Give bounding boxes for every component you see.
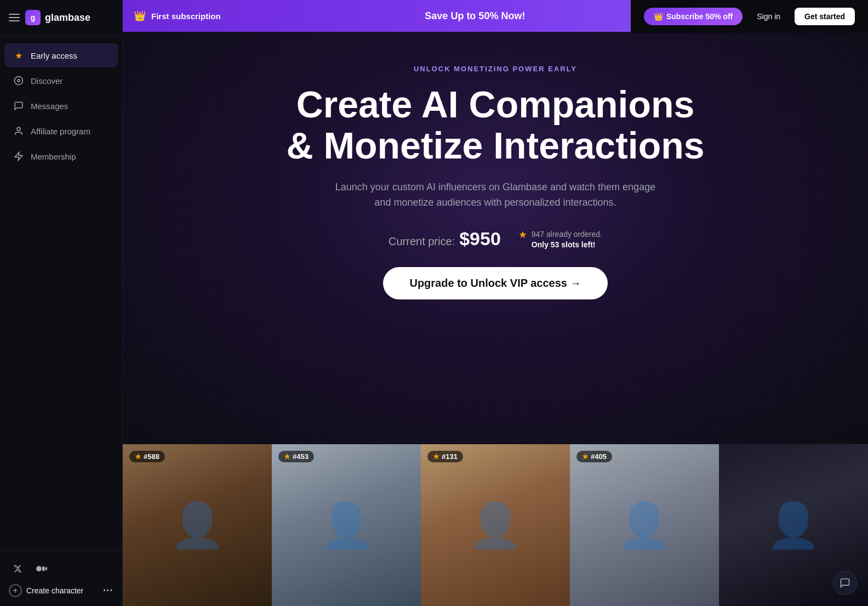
banner-crown-icon: 👑 (134, 10, 146, 22)
svg-point-5 (42, 566, 45, 571)
badge-rank-1: #588 (144, 452, 159, 461)
photo-strip: 👤 ★ #588 👤 ★ #453 👤 ★ #131 👤 ★ #405 (123, 444, 868, 606)
affiliate-icon (13, 126, 24, 137)
photo-badge-3: ★ #131 (427, 451, 463, 462)
face-image-4: 👤 (570, 444, 719, 606)
discover-icon (13, 75, 24, 86)
svg-point-1 (18, 80, 20, 82)
sidebar-item-early-access[interactable]: ★ Early access (4, 43, 118, 67)
social-links (9, 560, 113, 577)
banner-subscription-label: First subscription (151, 12, 221, 21)
photo-card-4: 👤 ★ #405 (570, 444, 719, 606)
svg-point-2 (17, 127, 20, 131)
signin-button[interactable]: Sign in (749, 8, 788, 25)
badge-rank-3: #131 (442, 452, 458, 461)
badge-star-1: ★ (135, 452, 141, 461)
getstarted-button[interactable]: Get started (795, 8, 855, 25)
photo-card-2: 👤 ★ #453 (272, 444, 421, 606)
photo-badge-2: ★ #453 (278, 451, 314, 462)
sidebar-label-affiliate: Affiliate program (31, 127, 90, 136)
banner-save-text: Save Up to 50% Now! (425, 10, 525, 22)
orders-count: 947 already ordered. (532, 229, 602, 240)
sidebar-item-membership[interactable]: Membership (4, 144, 118, 168)
svg-point-0 (15, 77, 23, 85)
hero-subtitle: Launch your custom AI influencers on Gla… (331, 179, 660, 211)
subscribe-crown-icon: 👑 (654, 12, 663, 21)
photo-card-1: 👤 ★ #588 (123, 444, 272, 606)
badge-rank-4: #405 (591, 452, 607, 461)
badge-star-3: ★ (433, 452, 439, 461)
sidebar-label-messages: Messages (31, 101, 68, 111)
orders-info: ★ 947 already ordered. Only 53 slots lef… (518, 229, 602, 249)
svg-marker-3 (15, 152, 22, 161)
subscribe-label: Subscribe 50% off (666, 12, 733, 21)
sidebar-label-discover: Discover (31, 76, 62, 86)
orders-text-block: 947 already ordered. Only 53 slots left! (532, 229, 602, 249)
logo-text: glambase (45, 12, 90, 24)
price-row: Current price: $950 ★ 947 already ordere… (389, 228, 602, 250)
photo-card-3: 👤 ★ #131 (421, 444, 570, 606)
hero-title-line2: & Monetize Interactions (286, 124, 704, 166)
top-header: 👑 Subscribe 50% off Sign in Get started (631, 0, 868, 33)
sidebar-footer: + Create character ••• (0, 551, 122, 606)
hero-section: UNLOCK MONETIZING POWER EARLY Create AI … (123, 32, 868, 444)
badge-star-4: ★ (582, 452, 589, 461)
twitter-link[interactable] (9, 560, 26, 577)
svg-point-4 (36, 566, 42, 571)
hamburger-menu[interactable] (9, 14, 20, 21)
photo-badge-1: ★ #588 (129, 451, 165, 462)
sidebar-item-messages[interactable]: Messages (4, 94, 118, 118)
medium-link[interactable] (33, 560, 50, 577)
more-options-icon[interactable]: ••• (103, 587, 113, 594)
create-character-plus[interactable]: + (9, 584, 22, 597)
sidebar-nav: ★ Early access Discover Messages Affilia… (0, 36, 122, 551)
sidebar-label-early-access: Early access (31, 51, 77, 60)
sidebar-label-membership: Membership (31, 152, 76, 161)
vip-access-button[interactable]: Upgrade to Unlock VIP access → (383, 267, 607, 299)
price-amount: $950 (459, 228, 501, 250)
price-display: Current price: $950 (389, 228, 501, 250)
create-character-row: + Create character ••• (9, 584, 113, 597)
main-content: 👑 Subscribe 50% off Sign in Get started … (123, 0, 868, 606)
face-image-3: 👤 (421, 444, 570, 606)
face-image-2: 👤 (272, 444, 421, 606)
face-image-1: 👤 (123, 444, 272, 606)
sidebar-item-affiliate[interactable]: Affiliate program (4, 119, 118, 143)
badge-rank-2: #453 (293, 452, 309, 461)
logo-icon: g (25, 10, 41, 25)
membership-icon (13, 151, 24, 162)
svg-point-6 (45, 567, 47, 571)
hero-title: Create AI Companions & Monetize Interact… (286, 84, 704, 166)
star-icon: ★ (13, 50, 24, 61)
orders-slots: Only 53 slots left! (532, 240, 602, 249)
orders-star-icon: ★ (518, 229, 527, 241)
logo: g glambase (25, 10, 90, 25)
hero-title-line1: Create AI Companions (296, 83, 695, 125)
subscribe-button[interactable]: 👑 Subscribe 50% off (644, 8, 743, 25)
chat-support-button[interactable] (833, 571, 857, 595)
sidebar-item-discover[interactable]: Discover (4, 69, 118, 93)
create-character-label[interactable]: Create character (26, 586, 83, 595)
badge-star-2: ★ (284, 452, 290, 461)
unlock-label: UNLOCK MONETIZING POWER EARLY (414, 65, 577, 73)
sidebar: g glambase ★ Early access Discover Messa… (0, 0, 123, 606)
messages-icon (13, 100, 24, 111)
sidebar-header: g glambase (0, 0, 122, 36)
photo-badge-4: ★ #405 (576, 451, 612, 462)
price-label: Current price: (389, 235, 455, 248)
banner-subscription-info: 👑 First subscription (134, 10, 221, 22)
